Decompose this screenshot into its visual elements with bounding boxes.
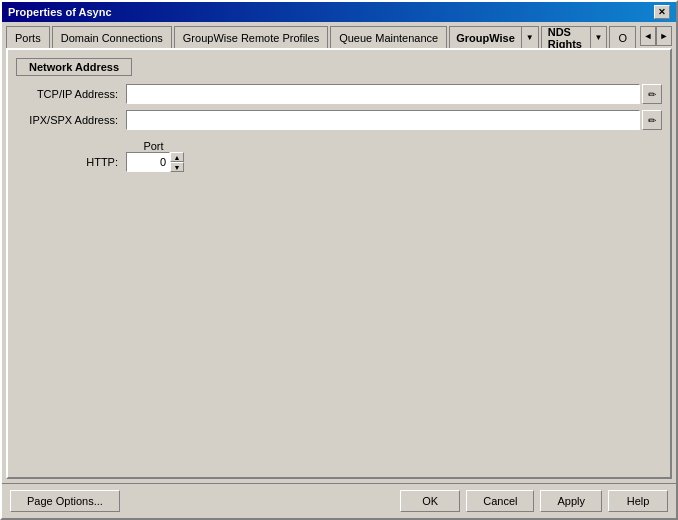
tab-bar: Ports Domain Connections GroupWise Remot… (2, 22, 676, 48)
form-area: TCP/IP Address: ✏ IPX/SPX Address: ✏ Por… (16, 84, 662, 469)
http-label: HTTP: (16, 156, 126, 168)
close-button[interactable]: ✕ (654, 5, 670, 19)
tcp-row: TCP/IP Address: ✏ (16, 84, 662, 104)
tab-domain-connections[interactable]: Domain Connections (52, 26, 172, 48)
title-bar: Properties of Async ✕ (2, 2, 676, 22)
tcp-input-wrap: ✏ (126, 84, 662, 104)
tcp-input[interactable] (126, 84, 640, 104)
port-column-label: Port (126, 140, 181, 152)
ok-button[interactable]: OK (400, 490, 460, 512)
http-port-input[interactable] (126, 152, 170, 172)
ipx-row: IPX/SPX Address: ✏ (16, 110, 662, 130)
http-input-wrap: ▲ ▼ (126, 152, 184, 172)
tab-ports[interactable]: Ports (6, 26, 50, 48)
tab-next-button[interactable]: ► (656, 26, 672, 46)
tab-ot[interactable]: O (609, 26, 636, 48)
bottom-bar: Page Options... OK Cancel Apply Help (2, 483, 676, 518)
properties-window: Properties of Async ✕ Ports Domain Conne… (0, 0, 678, 520)
apply-button[interactable]: Apply (540, 490, 602, 512)
http-row: HTTP: ▲ ▼ (16, 152, 662, 172)
tab-groupwise-remote-profiles[interactable]: GroupWise Remote Profiles (174, 26, 328, 48)
tab-prev-button[interactable]: ◄ (640, 26, 656, 46)
page-options-button[interactable]: Page Options... (10, 490, 120, 512)
http-spinner-up[interactable]: ▲ (170, 152, 184, 162)
bottom-left: Page Options... (10, 490, 120, 512)
groupwise-dropdown-arrow[interactable]: ▼ (521, 27, 538, 48)
ipx-input[interactable] (126, 110, 640, 130)
ipx-input-wrap: ✏ (126, 110, 662, 130)
nds-dropdown-arrow[interactable]: ▼ (590, 27, 607, 48)
ipx-edit-icon[interactable]: ✏ (642, 110, 662, 130)
tcp-label: TCP/IP Address: (16, 88, 126, 100)
tab-content: Network Address TCP/IP Address: ✏ IPX/SP… (6, 48, 672, 479)
tab-queue-maintenance[interactable]: Queue Maintenance (330, 26, 447, 48)
http-spinner: ▲ ▼ (170, 152, 184, 172)
tab-nds-rights[interactable]: NDS Rights ▼ (541, 26, 608, 48)
tab-groupwise[interactable]: GroupWise ▼ (449, 26, 539, 48)
cancel-button[interactable]: Cancel (466, 490, 534, 512)
sub-tab-network-address[interactable]: Network Address (16, 58, 132, 76)
ipx-label: IPX/SPX Address: (16, 114, 126, 126)
port-section: Port HTTP: ▲ ▼ (16, 140, 662, 172)
help-button[interactable]: Help (608, 490, 668, 512)
port-column-header: Port (126, 140, 662, 152)
bottom-right: OK Cancel Apply Help (400, 490, 668, 512)
window-title: Properties of Async (8, 6, 112, 18)
http-spinner-down[interactable]: ▼ (170, 162, 184, 172)
tcp-edit-icon[interactable]: ✏ (642, 84, 662, 104)
sub-tab-bar: Network Address (16, 58, 662, 76)
tab-nav: ◄ ► (640, 26, 672, 48)
